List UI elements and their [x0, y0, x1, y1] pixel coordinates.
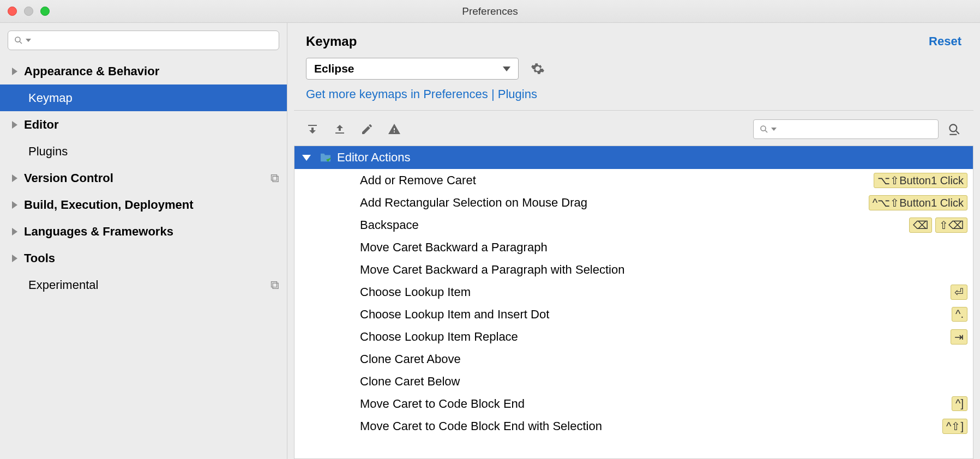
actions-search[interactable] — [753, 119, 939, 139]
action-row[interactable]: Backspace⌫⇧⌫ — [294, 214, 973, 236]
expand-all-button[interactable] — [306, 123, 319, 136]
main-panel: Keymap Reset Eclipse Get more keymaps in… — [287, 23, 980, 459]
window-body: Appearance & BehaviorKeymapEditorPlugins… — [0, 23, 980, 459]
find-by-shortcut-button[interactable] — [947, 122, 961, 136]
plugins-hint-link[interactable]: Get more keymaps in Preferences | Plugin… — [287, 84, 980, 110]
sidebar-item-label: Version Control — [24, 171, 270, 185]
reset-link[interactable]: Reset — [929, 34, 961, 49]
action-row[interactable]: Move Caret Backward a Paragraph with Sel… — [294, 258, 973, 281]
collapse-all-button[interactable] — [333, 123, 346, 136]
preferences-window: Preferences Appearance & BehaviorKeymapE… — [0, 0, 980, 459]
window-close[interactable] — [8, 7, 17, 16]
window-title: Preferences — [462, 5, 518, 17]
sidebar-search-wrapper — [0, 23, 287, 58]
action-row[interactable]: Choose Lookup Item⏎ — [294, 281, 973, 303]
action-row[interactable]: Choose Lookup Item and Insert Dot^. — [294, 303, 973, 325]
chevron-down-icon — [302, 155, 311, 161]
group-label: Editor Actions — [337, 150, 411, 165]
action-label: Move Caret Backward a Paragraph with Sel… — [360, 263, 967, 277]
traffic-lights — [0, 7, 50, 16]
chevron-right-icon — [12, 68, 17, 75]
edit-shortcut-button[interactable] — [360, 123, 374, 136]
action-row[interactable]: Move Caret to Code Block End with Select… — [294, 415, 973, 437]
action-label: Choose Lookup Item Replace — [360, 330, 947, 344]
svg-line-5 — [956, 131, 959, 134]
svg-line-3 — [765, 130, 767, 132]
action-row[interactable]: Clone Caret Above — [294, 348, 973, 370]
action-label: Move Caret Backward a Paragraph — [360, 240, 967, 255]
action-label: Choose Lookup Item and Insert Dot — [360, 307, 948, 322]
sidebar-item-label: Languages & Frameworks — [24, 225, 279, 239]
sidebar-item-label: Keymap — [28, 91, 279, 105]
window-maximize[interactable] — [40, 7, 50, 16]
chevron-right-icon — [12, 174, 17, 182]
sidebar-search-input[interactable] — [34, 35, 273, 45]
sidebar-item-label: Editor — [24, 118, 279, 132]
chevron-right-icon — [12, 255, 17, 262]
toolbar-buttons — [306, 123, 401, 136]
sidebar-item-editor[interactable]: Editor — [0, 111, 287, 138]
action-row[interactable]: Add or Remove Caret⌥⇧Button1 Click — [294, 169, 973, 191]
scope-icon: ⧉ — [270, 171, 279, 185]
action-label: Add or Remove Caret — [360, 173, 870, 188]
svg-line-1 — [20, 41, 22, 44]
sidebar-item-appearance-behavior[interactable]: Appearance & Behavior — [0, 58, 287, 84]
sidebar-item-keymap[interactable]: Keymap — [0, 84, 287, 111]
sidebar-tree: Appearance & BehaviorKeymapEditorPlugins… — [0, 58, 287, 298]
shortcut-badge: ⌥⇧Button1 Click — [874, 173, 967, 188]
action-label: Move Caret to Code Block End with Select… — [360, 419, 939, 433]
sidebar-item-version-control[interactable]: Version Control⧉ — [0, 165, 287, 191]
action-label: Clone Caret Below — [360, 375, 967, 389]
action-label: Choose Lookup Item — [360, 285, 947, 299]
chevron-right-icon — [12, 228, 17, 235]
sidebar-item-build-execution-deployment[interactable]: Build, Execution, Deployment — [0, 191, 287, 218]
shortcut-badge: ^⌥⇧Button1 Click — [869, 195, 967, 210]
sidebar-item-label: Plugins — [28, 144, 279, 159]
shortcut-badge: ⌫ — [909, 218, 932, 233]
chevron-right-icon — [12, 201, 17, 209]
chevron-right-icon — [12, 121, 17, 129]
chevron-down-icon — [503, 67, 510, 71]
window-minimize[interactable] — [24, 7, 33, 16]
scope-icon: ⧉ — [270, 278, 279, 292]
action-row[interactable]: Move Caret to Code Block End^] — [294, 392, 973, 415]
main-header: Keymap Reset — [287, 23, 980, 53]
shortcut-badge: ⏎ — [951, 285, 967, 300]
shortcut-badge: ^] — [952, 396, 967, 411]
shortcut-badge: ^. — [952, 307, 967, 322]
sidebar-item-tools[interactable]: Tools — [0, 245, 287, 271]
search-icon — [759, 124, 769, 134]
action-label: Add Rectangular Selection on Mouse Drag — [360, 196, 865, 210]
sidebar-item-label: Experimental — [28, 278, 270, 292]
gear-icon[interactable] — [531, 62, 545, 76]
sidebar-item-languages-frameworks[interactable]: Languages & Frameworks — [0, 218, 287, 245]
actions-panel: Editor Actions Add or Remove Caret⌥⇧Butt… — [294, 146, 973, 459]
search-options-caret[interactable] — [26, 39, 31, 42]
svg-point-4 — [949, 124, 957, 131]
actions-toolbar — [287, 111, 980, 146]
action-row[interactable]: Choose Lookup Item Replace⇥ — [294, 325, 973, 348]
sidebar: Appearance & BehaviorKeymapEditorPlugins… — [0, 23, 287, 459]
sidebar-item-label: Tools — [24, 251, 279, 265]
sidebar-search[interactable] — [8, 31, 279, 50]
action-label: Move Caret to Code Block End — [360, 397, 948, 411]
sidebar-item-label: Build, Execution, Deployment — [24, 198, 279, 212]
group-editor-actions[interactable]: Editor Actions — [294, 146, 973, 169]
page-title: Keymap — [306, 34, 357, 49]
shortcut-badge: ^⇧] — [942, 419, 967, 434]
search-icon — [14, 35, 23, 45]
keymap-dropdown[interactable]: Eclipse — [306, 58, 519, 80]
shortcut-badge: ⇥ — [951, 329, 967, 345]
svg-point-2 — [761, 126, 766, 131]
action-row[interactable]: Move Caret Backward a Paragraph — [294, 236, 973, 258]
search-options-caret[interactable] — [771, 128, 777, 131]
sidebar-item-plugins[interactable]: Plugins — [0, 138, 287, 165]
action-label: Clone Caret Above — [360, 352, 967, 366]
warning-icon[interactable] — [388, 123, 401, 136]
sidebar-item-experimental[interactable]: Experimental⧉ — [0, 271, 287, 298]
action-row[interactable]: Clone Caret Below — [294, 370, 973, 392]
action-label: Backspace — [360, 218, 906, 232]
action-list: Add or Remove Caret⌥⇧Button1 ClickAdd Re… — [294, 169, 973, 437]
actions-search-input[interactable] — [780, 124, 933, 134]
action-row[interactable]: Add Rectangular Selection on Mouse Drag^… — [294, 191, 973, 214]
